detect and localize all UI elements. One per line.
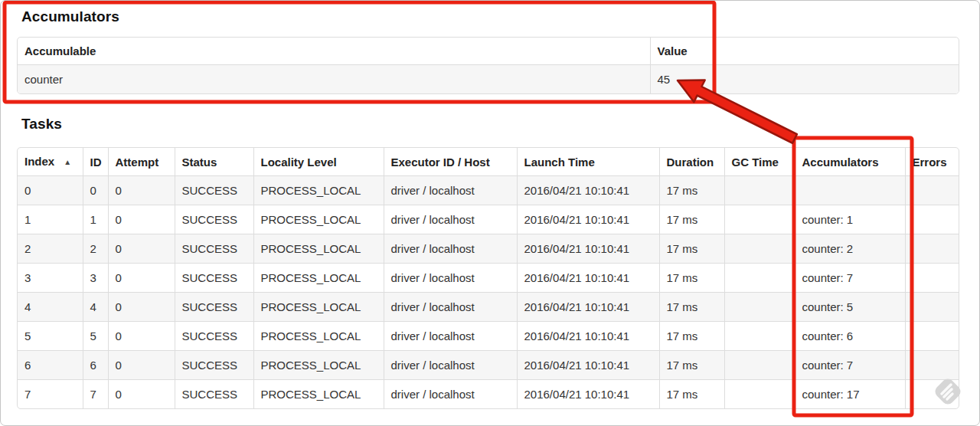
- column-header-label: Duration: [667, 156, 714, 169]
- cell-duration: 17 ms: [659, 176, 724, 205]
- cell-gc-time: [724, 322, 795, 351]
- table-row: 550SUCCESSPROCESS_LOCALdriver / localhos…: [18, 322, 959, 351]
- cell-accumulators: counter: 1: [795, 205, 905, 234]
- cell-executor-id-host: driver / localhost: [384, 234, 517, 264]
- cell-errors: [905, 351, 959, 380]
- cell-duration: 17 ms: [659, 264, 724, 293]
- cell-status: SUCCESS: [175, 264, 253, 293]
- cell-errors: [905, 234, 959, 264]
- column-header-id[interactable]: ID: [83, 148, 108, 176]
- cell-duration: 17 ms: [659, 234, 724, 264]
- cell-executor-id-host: driver / localhost: [384, 293, 517, 322]
- column-header-executor-id-host[interactable]: Executor ID / Host: [384, 148, 517, 176]
- cell-locality-level: PROCESS_LOCAL: [253, 380, 384, 409]
- cell-accumulable: counter: [18, 65, 650, 94]
- cell-errors: [905, 176, 959, 205]
- cell-index: 0: [18, 176, 83, 205]
- cell-executor-id-host: driver / localhost: [384, 322, 517, 351]
- column-header-launch-time[interactable]: Launch Time: [517, 148, 659, 176]
- cell-accumulators: counter: 6: [795, 322, 905, 351]
- cell-errors: [905, 380, 959, 409]
- tasks-section-title: Tasks: [21, 116, 62, 133]
- column-header-errors[interactable]: Errors: [905, 148, 959, 176]
- cell-locality-level: PROCESS_LOCAL: [253, 176, 384, 205]
- cell-gc-time: [724, 205, 795, 234]
- table-row: 440SUCCESSPROCESS_LOCALdriver / localhos…: [18, 293, 959, 322]
- column-header-label: Locality Level: [261, 156, 337, 169]
- accumulators-section-title: Accumulators: [21, 8, 119, 25]
- cell-index: 6: [18, 351, 83, 380]
- cell-id: 3: [83, 264, 108, 293]
- cell-launch-time: 2016/04/21 10:10:41: [517, 380, 659, 409]
- cell-gc-time: [724, 264, 795, 293]
- header-row: AccumulableValue: [18, 38, 959, 65]
- table-row: 330SUCCESSPROCESS_LOCALdriver / localhos…: [18, 264, 959, 293]
- cell-status: SUCCESS: [175, 234, 253, 264]
- header-row: Index▲IDAttemptStatusLocality LevelExecu…: [18, 148, 959, 176]
- column-header-label: Accumulable: [24, 44, 96, 57]
- table-row: counter45: [18, 65, 959, 94]
- cell-executor-id-host: driver / localhost: [384, 380, 517, 409]
- cell-executor-id-host: driver / localhost: [384, 264, 517, 293]
- cell-id: 5: [83, 322, 108, 351]
- cell-launch-time: 2016/04/21 10:10:41: [517, 322, 659, 351]
- cell-attempt: 0: [108, 176, 175, 205]
- cell-index: 7: [18, 380, 83, 409]
- cell-duration: 17 ms: [659, 380, 724, 409]
- column-header-label: Status: [182, 156, 217, 169]
- column-header-gc-time[interactable]: GC Time: [724, 148, 795, 176]
- cell-duration: 17 ms: [659, 322, 724, 351]
- table-row: 770SUCCESSPROCESS_LOCALdriver / localhos…: [18, 380, 959, 409]
- column-header-duration[interactable]: Duration: [659, 148, 724, 176]
- cell-index: 4: [18, 293, 83, 322]
- cell-index: 3: [18, 264, 83, 293]
- column-header-label: ID: [90, 156, 102, 169]
- column-header-label: Accumulators: [802, 156, 879, 169]
- cell-status: SUCCESS: [175, 351, 253, 380]
- cell-locality-level: PROCESS_LOCAL: [253, 264, 384, 293]
- cell-status: SUCCESS: [175, 322, 253, 351]
- column-header-accumulable: Accumulable: [18, 38, 650, 65]
- cell-id: 1: [83, 205, 108, 234]
- cell-status: SUCCESS: [175, 293, 253, 322]
- cell-accumulators: counter: 7: [795, 264, 905, 293]
- cell-launch-time: 2016/04/21 10:10:41: [517, 176, 659, 205]
- column-header-label: Launch Time: [524, 156, 595, 169]
- table-row: 000SUCCESSPROCESS_LOCALdriver / localhos…: [18, 176, 959, 205]
- cell-launch-time: 2016/04/21 10:10:41: [517, 351, 659, 380]
- table-row: 220SUCCESSPROCESS_LOCALdriver / localhos…: [18, 234, 959, 264]
- cell-duration: 17 ms: [659, 205, 724, 234]
- cell-errors: [905, 322, 959, 351]
- cell-index: 2: [18, 234, 83, 264]
- sort-ascending-icon: ▲: [64, 158, 71, 166]
- cell-attempt: 0: [108, 205, 175, 234]
- cell-gc-time: [724, 380, 795, 409]
- column-header-status[interactable]: Status: [175, 148, 253, 176]
- cell-errors: [905, 205, 959, 234]
- column-header-accumulators[interactable]: Accumulators: [795, 148, 905, 176]
- column-header-attempt[interactable]: Attempt: [108, 148, 175, 176]
- cell-launch-time: 2016/04/21 10:10:41: [517, 205, 659, 234]
- column-header-label: GC Time: [732, 156, 779, 169]
- column-header-label: Value: [658, 44, 688, 57]
- table-row: 660SUCCESSPROCESS_LOCALdriver / localhos…: [18, 351, 959, 380]
- column-header-value: Value: [650, 38, 959, 65]
- tasks-table: Index▲IDAttemptStatusLocality LevelExecu…: [17, 147, 959, 409]
- column-header-index[interactable]: Index▲: [18, 148, 83, 176]
- table-row: 110SUCCESSPROCESS_LOCALdriver / localhos…: [18, 205, 959, 234]
- cell-id: 0: [83, 176, 108, 205]
- column-header-locality-level[interactable]: Locality Level: [253, 148, 384, 176]
- cell-accumulators: counter: 7: [795, 351, 905, 380]
- column-header-label: Executor ID / Host: [391, 156, 490, 169]
- cell-status: SUCCESS: [175, 176, 253, 205]
- cell-gc-time: [724, 234, 795, 264]
- cell-attempt: 0: [108, 293, 175, 322]
- cell-id: 6: [83, 351, 108, 380]
- cell-id: 2: [83, 234, 108, 264]
- cell-launch-time: 2016/04/21 10:10:41: [517, 264, 659, 293]
- column-header-label: Attempt: [116, 156, 159, 169]
- cell-attempt: 0: [108, 234, 175, 264]
- cell-id: 4: [83, 293, 108, 322]
- cell-locality-level: PROCESS_LOCAL: [253, 205, 384, 234]
- cell-id: 7: [83, 380, 108, 409]
